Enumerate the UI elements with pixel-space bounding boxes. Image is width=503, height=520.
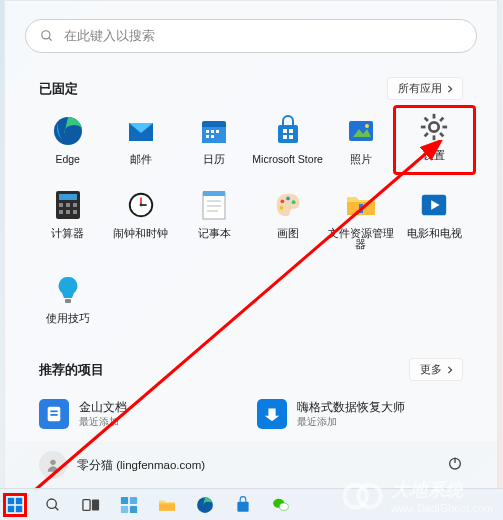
svg-rect-71 (121, 496, 128, 503)
taskbar-search[interactable] (41, 493, 65, 517)
recommended-header: 推荐的项目 更多 (39, 358, 463, 381)
folder-icon (345, 191, 377, 219)
edge-icon (196, 496, 214, 514)
svg-rect-6 (206, 130, 209, 133)
svg-marker-58 (265, 409, 279, 422)
recovery-icon (263, 405, 281, 423)
paint-icon (273, 190, 303, 220)
svg-rect-34 (66, 210, 70, 214)
svg-point-67 (47, 499, 56, 508)
app-paint[interactable]: 画图 (251, 184, 324, 255)
power-icon (447, 455, 463, 471)
svg-rect-11 (278, 125, 298, 143)
taskbar-explorer[interactable] (155, 493, 179, 517)
app-movies[interactable]: 电影和电视 (398, 184, 471, 255)
person-icon (45, 457, 61, 473)
svg-rect-77 (237, 501, 248, 511)
user-account-button[interactable]: 零分猫 (lingfenmao.com) (39, 451, 205, 479)
app-calculator[interactable]: 计算器 (31, 184, 104, 255)
widgets-icon (120, 496, 138, 514)
svg-rect-31 (66, 203, 70, 207)
app-tips[interactable]: 使用技巧 (31, 269, 104, 329)
mail-icon (125, 115, 157, 147)
svg-rect-63 (8, 497, 14, 503)
reco-item-0[interactable]: 金山文档 最近添加 (39, 399, 245, 429)
notepad-icon (200, 189, 228, 221)
app-clock[interactable]: 闹钟和时钟 (104, 184, 177, 255)
svg-rect-29 (59, 194, 77, 200)
app-explorer[interactable]: 文件资源管理器 (324, 184, 397, 255)
svg-rect-15 (289, 135, 293, 139)
photos-icon (345, 115, 377, 147)
svg-point-18 (365, 124, 369, 128)
svg-point-40 (140, 203, 143, 206)
reco-item-1[interactable]: 嗨格式数据恢复大师 最近添加 (257, 399, 463, 429)
svg-rect-32 (73, 203, 77, 207)
svg-line-26 (425, 133, 428, 136)
svg-line-1 (49, 38, 52, 41)
avatar (39, 451, 67, 479)
taskbar-edge[interactable] (193, 493, 217, 517)
svg-point-19 (430, 122, 439, 131)
app-notepad[interactable]: 记事本 (178, 184, 251, 255)
watermark-logo-icon (343, 482, 385, 510)
svg-rect-9 (206, 135, 209, 138)
svg-rect-57 (50, 414, 57, 416)
svg-point-48 (291, 200, 295, 204)
folder-icon (157, 497, 177, 513)
search-bar[interactable]: 在此键入以搜索 (25, 19, 477, 53)
svg-rect-73 (121, 505, 128, 512)
svg-rect-75 (159, 503, 175, 510)
taskbar-wechat[interactable] (269, 493, 293, 517)
power-button[interactable] (447, 455, 463, 475)
taskview-icon (82, 498, 100, 512)
taskbar-store[interactable] (231, 493, 255, 517)
app-calendar[interactable]: 日历 (178, 110, 251, 170)
recommended-list: 金山文档 最近添加 嗨格式数据恢复大师 最近添加 (5, 391, 497, 429)
recommended-title: 推荐的项目 (39, 361, 104, 379)
svg-point-0 (42, 31, 50, 39)
svg-rect-14 (283, 135, 287, 139)
svg-rect-12 (283, 129, 287, 133)
pinned-title: 已固定 (39, 80, 78, 98)
taskbar-widgets[interactable] (117, 493, 141, 517)
app-settings[interactable]: 设置 (393, 105, 476, 175)
store-icon (272, 115, 304, 147)
svg-rect-10 (211, 135, 214, 138)
all-apps-button[interactable]: 所有应用 (387, 77, 463, 100)
search-icon (45, 497, 61, 513)
app-mail[interactable]: 邮件 (104, 110, 177, 170)
movies-icon (419, 190, 449, 220)
svg-rect-54 (65, 299, 71, 303)
taskbar-start-button[interactable] (3, 493, 27, 517)
store-icon (234, 496, 252, 514)
chevron-right-icon (446, 366, 454, 374)
svg-rect-66 (16, 505, 22, 511)
svg-rect-8 (216, 130, 219, 133)
svg-point-79 (279, 503, 288, 510)
svg-rect-35 (73, 210, 77, 214)
svg-rect-65 (8, 505, 14, 511)
svg-point-81 (358, 485, 380, 507)
svg-point-49 (279, 205, 283, 209)
start-menu-panel: 在此键入以搜索 已固定 所有应用 Edge 邮件 日历 Microsoft St… (4, 0, 498, 490)
search-icon (40, 29, 54, 43)
svg-rect-30 (59, 203, 63, 207)
svg-point-59 (50, 460, 55, 465)
more-button[interactable]: 更多 (409, 358, 463, 381)
app-edge[interactable]: Edge (31, 110, 104, 170)
svg-rect-64 (16, 497, 22, 503)
search-placeholder: 在此键入以搜索 (64, 27, 155, 45)
svg-rect-33 (59, 210, 63, 214)
svg-rect-51 (359, 204, 363, 213)
svg-rect-70 (92, 499, 99, 510)
calendar-icon (198, 115, 230, 147)
app-photos[interactable]: 照片 (324, 110, 397, 170)
svg-line-27 (440, 118, 443, 121)
svg-rect-13 (289, 129, 293, 133)
pinned-apps-grid: Edge 邮件 日历 Microsoft Store 照片 设置 计算器 (5, 110, 497, 328)
app-store[interactable]: Microsoft Store (251, 110, 324, 170)
svg-rect-7 (211, 130, 214, 133)
chevron-right-icon (446, 85, 454, 93)
taskbar-taskview[interactable] (79, 493, 103, 517)
